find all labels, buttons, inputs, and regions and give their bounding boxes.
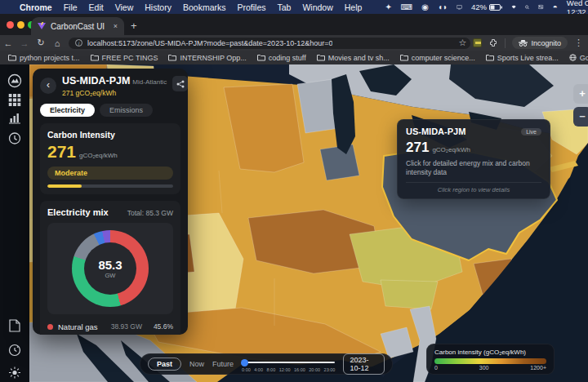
electricity-mix-title: Electricity mix xyxy=(47,207,109,217)
tab-strip: CarbonCast UI × + xyxy=(0,14,588,35)
url-text[interactable]: localhost:5173/zone/US-MIDA-PJM?mode=pas… xyxy=(87,39,332,47)
battery-icon xyxy=(489,4,502,11)
menubar-item-help[interactable]: Help xyxy=(345,2,363,12)
bookmark-item[interactable]: Sports Live strea... xyxy=(486,54,559,62)
bookmark-item[interactable]: Movies and tv sh... xyxy=(317,54,390,62)
menubar-item-bookmarks[interactable]: Bookmarks xyxy=(183,2,226,12)
bookmark-label: Sports Live strea... xyxy=(497,54,559,62)
legend-mid-label: 300 xyxy=(479,365,489,371)
user-switch-icon[interactable]: ◓ xyxy=(553,3,558,11)
keyboard-icon[interactable]: ⌨ xyxy=(401,3,412,11)
folder-icon xyxy=(8,54,16,61)
slider-tick-labels: 0:004:008:0012:0016:0020:0023:00 xyxy=(242,367,335,372)
electricity-mix-donut[interactable]: 85.3 GW xyxy=(72,230,149,307)
browser-tab[interactable]: CarbonCast UI × xyxy=(31,17,124,35)
map-zoom-out-button[interactable]: − xyxy=(573,107,588,127)
minimize-window-button[interactable] xyxy=(17,21,24,29)
home-icon[interactable]: ⌂ xyxy=(49,38,65,48)
slider-track[interactable] xyxy=(242,362,335,364)
battery-percent: 42% xyxy=(471,2,487,11)
browser-menu-icon[interactable]: ⋮ xyxy=(574,38,583,48)
legend-max-label: 1200+ xyxy=(530,365,546,371)
bookmark-item[interactable]: python projects t... xyxy=(8,54,80,62)
browser-toolbar: ← → ↻ ⌂ i localhost:5173/zone/US-MIDA-PJ… xyxy=(0,35,588,51)
menubar-item-file[interactable]: File xyxy=(64,2,78,12)
donut-center-unit: GW xyxy=(105,272,116,279)
carbon-intensity-title: Carbon Intensity xyxy=(47,130,173,140)
back-icon[interactable]: ← xyxy=(0,38,16,48)
bookmark-item[interactable]: computer science... xyxy=(400,54,475,62)
record-icon[interactable]: ◉ xyxy=(421,3,429,11)
live-badge: Live xyxy=(521,128,541,135)
zone-intensity-subtitle: 271 gCO₂eq/kWh xyxy=(62,89,167,97)
app-logo-icon[interactable] xyxy=(7,73,22,88)
app-sidebar xyxy=(0,64,29,382)
bookmark-star-icon[interactable]: ☆ xyxy=(459,38,467,48)
folder-icon xyxy=(317,54,325,61)
menubar-item-history[interactable]: History xyxy=(145,2,172,12)
history-icon[interactable] xyxy=(8,344,21,357)
sparkle-icon[interactable]: ✦ xyxy=(385,3,391,11)
document-icon[interactable] xyxy=(9,319,20,332)
mode-past[interactable]: Past xyxy=(148,358,181,371)
bookmark-item[interactable]: coding stuff xyxy=(257,54,306,62)
share-button[interactable] xyxy=(172,76,188,91)
tick-label: 4:00 xyxy=(254,367,263,372)
address-bar[interactable]: i localhost:5173/zone/US-MIDA-PJM?mode=p… xyxy=(69,38,470,49)
bookmark-item[interactable]: FREE PC TINGS xyxy=(91,54,158,62)
menubar-item-window[interactable]: Window xyxy=(302,2,332,12)
timeline-bar: PastNowFuture 0:004:008:0012:0016:0020:0… xyxy=(140,353,393,375)
mix-row: Natural gas 38.93 GW 45.6% xyxy=(47,320,173,334)
electricity-mix-card: Electricity mix Total: 85.3 GW 85.3 GW N… xyxy=(40,201,180,335)
slider-thumb[interactable] xyxy=(241,359,248,366)
mix-gw-value: 38.93 GW xyxy=(103,322,142,331)
tab-electricity[interactable]: Electricity xyxy=(40,104,95,117)
zone-region-label: Mid-Atlantic xyxy=(132,78,167,86)
zone-detail-panel: ‹ US-MIDA-PJMMid-Atlantic 271 gCO₂eq/kWh… xyxy=(33,69,188,335)
menubar-item-profiles[interactable]: Profiles xyxy=(237,2,265,12)
vpn-icon[interactable]: ◖◗ xyxy=(438,3,448,11)
bookmark-item[interactable]: INTERNSHIP Opp... xyxy=(168,54,246,62)
tab-emissions[interactable]: Emissions xyxy=(100,104,153,117)
folder-icon xyxy=(400,54,408,61)
control-center-icon[interactable] xyxy=(538,3,543,11)
mode-now[interactable]: Now xyxy=(189,360,204,368)
menubar-item-chrome[interactable]: Chrome xyxy=(20,2,52,12)
hour-slider[interactable]: 0:004:008:0012:0016:0020:0023:00 xyxy=(242,359,335,372)
incognito-badge: Incognito xyxy=(512,37,568,49)
site-info-icon[interactable]: i xyxy=(75,39,82,47)
reload-icon[interactable]: ↻ xyxy=(33,38,49,48)
display-icon[interactable] xyxy=(457,3,462,11)
wifi-icon[interactable] xyxy=(511,3,516,11)
date-picker-button[interactable]: 2023-10-12 xyxy=(343,353,385,375)
carbon-intensity-card: Carbon Intensity 271 gCO₂eq/kWh Moderate xyxy=(40,123,180,194)
forward-icon[interactable]: → xyxy=(16,38,33,48)
menubar-item-edit[interactable]: Edit xyxy=(89,2,104,12)
menubar-item-view[interactable]: View xyxy=(115,2,134,12)
extension-icon[interactable] xyxy=(473,38,482,47)
tab-close-icon[interactable]: × xyxy=(114,22,118,30)
intensity-progress-fill xyxy=(47,184,82,188)
grid-icon[interactable] xyxy=(9,94,21,106)
globe-icon xyxy=(569,54,577,61)
panel-back-button[interactable]: ‹ xyxy=(40,78,56,94)
bookmarks-bar: python projects t...FREE PC TINGSINTERNS… xyxy=(0,51,588,64)
donut-chart-container: 85.3 GW xyxy=(47,223,173,314)
bookmark-item[interactable]: Google Drive xyxy=(569,54,588,62)
clock-icon[interactable] xyxy=(9,132,21,144)
folder-icon xyxy=(257,54,265,61)
tooltip-intensity-value: 271 xyxy=(406,140,429,156)
mode-future[interactable]: Future xyxy=(212,360,234,368)
close-window-button[interactable] xyxy=(7,21,14,29)
map-tooltip: US-MIDA-PJM Live 271 gCO₂eq/kWh Click fo… xyxy=(397,119,550,199)
theme-sun-icon[interactable] xyxy=(9,366,21,379)
spotlight-icon[interactable] xyxy=(525,3,529,11)
carbon-intensity-legend: Carbon intensity (gCO₂eq/kWh) 0 300 1200… xyxy=(426,344,555,375)
new-tab-button[interactable]: + xyxy=(131,20,137,32)
map-zoom-in-button[interactable]: + xyxy=(573,84,588,104)
tick-label: 20:00 xyxy=(309,367,320,372)
macos-menubar: ChromeFileEditViewHistoryBookmarksProfil… xyxy=(0,0,588,14)
extensions-puzzle-icon[interactable] xyxy=(488,38,498,48)
bar-chart-icon[interactable] xyxy=(9,112,21,124)
menubar-item-tab[interactable]: Tab xyxy=(277,2,291,12)
